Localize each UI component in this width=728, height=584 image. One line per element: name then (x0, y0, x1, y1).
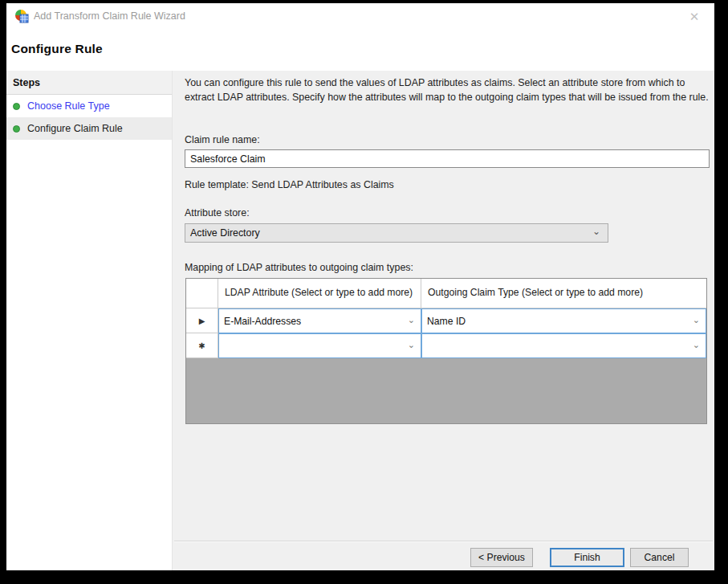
grid-header-row: LDAP Attribute (Select or type to add mo… (186, 279, 706, 308)
grid-corner-cell (186, 279, 218, 308)
chevron-down-icon: ⌄ (408, 340, 415, 350)
ldap-attribute-column-header: LDAP Attribute (Select or type to add mo… (218, 279, 421, 308)
attribute-store-select[interactable]: Active Directory ⌄ (185, 223, 608, 243)
rule-description: You can configure this rule to send the … (185, 76, 714, 104)
sidebar-item-configure-claim-rule[interactable]: Configure Claim Rule (6, 117, 172, 140)
chevron-down-icon: ⌄ (592, 226, 600, 237)
ldap-attribute-select-row2[interactable]: ⌄ (218, 333, 421, 358)
steps-sidebar: Steps Choose Rule Type Configure Claim R… (6, 71, 173, 570)
ldap-attribute-value: E-Mail-Addresses (224, 316, 301, 327)
outgoing-claim-type-select-row2[interactable]: ⌄ (421, 333, 706, 358)
new-row-indicator-icon: ✱ (186, 333, 218, 358)
adfs-app-icon (14, 9, 29, 23)
chevron-down-icon: ⌄ (408, 315, 415, 325)
table-row: ▶ E-Mail-Addresses ⌄ Name ID ⌄ (186, 308, 706, 333)
content-panel: You can configure this rule to send the … (173, 71, 714, 570)
title-bar: Add Transform Claim Rule Wizard ✕ (6, 3, 714, 31)
steps-header: Steps (6, 71, 172, 95)
outgoing-claim-type-select-row1[interactable]: Name ID ⌄ (421, 308, 706, 333)
page-title: Configure Rule (11, 42, 103, 56)
footer-divider (174, 541, 713, 542)
close-icon[interactable]: ✕ (685, 8, 703, 26)
step-label: Choose Rule Type (27, 100, 110, 112)
step-complete-icon (13, 125, 20, 133)
window-title: Add Transform Claim Rule Wizard (34, 10, 185, 22)
attribute-store-label: Attribute store: (185, 207, 250, 218)
attribute-store-value: Active Directory (190, 227, 260, 239)
step-label: Configure Claim Rule (27, 123, 123, 134)
outgoing-claim-type-value: Name ID (427, 316, 466, 327)
step-complete-icon (13, 103, 20, 110)
ldap-attribute-select-row1[interactable]: E-Mail-Addresses ⌄ (218, 308, 421, 333)
previous-button[interactable]: < Previous (470, 548, 533, 567)
outgoing-claim-type-column-header: Outgoing Claim Type (Select or type to a… (421, 279, 706, 308)
claim-rule-name-label: Claim rule name: (185, 134, 260, 145)
chevron-down-icon: ⌄ (693, 315, 700, 325)
claim-rule-name-input[interactable] (185, 149, 710, 168)
chevron-down-icon: ⌄ (693, 340, 700, 350)
mapping-grid: LDAP Attribute (Select or type to add mo… (185, 278, 707, 424)
sidebar-item-choose-rule-type[interactable]: Choose Rule Type (6, 95, 172, 117)
current-row-indicator-icon: ▶ (186, 308, 218, 333)
table-row: ✱ ⌄ ⌄ (186, 333, 706, 358)
cancel-button[interactable]: Cancel (630, 548, 689, 567)
mapping-label: Mapping of LDAP attributes to outgoing c… (185, 262, 413, 273)
rule-template-text: Rule template: Send LDAP Attributes as C… (185, 179, 394, 190)
finish-button[interactable]: Finish (550, 548, 624, 567)
wizard-dialog: Add Transform Claim Rule Wizard ✕ Config… (6, 3, 714, 570)
